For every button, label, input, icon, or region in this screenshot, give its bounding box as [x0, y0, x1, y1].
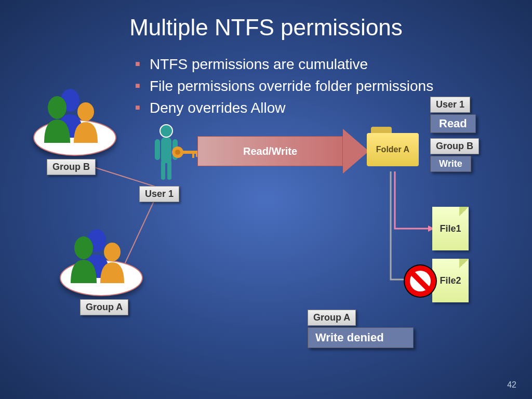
svg-point-8 [104, 243, 121, 261]
group-people-icon [42, 86, 109, 143]
svg-rect-14 [167, 160, 171, 180]
deny-icon [402, 263, 438, 299]
group-a-right-label: Group A [308, 310, 356, 326]
read-permission-label: Read [430, 114, 476, 133]
file1-label: File1 [440, 223, 461, 234]
svg-rect-18 [183, 151, 198, 154]
user1-label: User 1 [139, 186, 179, 202]
svg-point-7 [74, 236, 93, 259]
permission-arrow: Read/Write [197, 136, 343, 166]
file-icon: File1 [432, 207, 469, 250]
svg-rect-11 [155, 139, 160, 160]
folder-icon: Folder A [367, 127, 419, 166]
svg-rect-10 [161, 137, 171, 163]
folder-a-label: Folder A [367, 133, 419, 166]
svg-line-0 [91, 166, 160, 188]
svg-rect-13 [161, 160, 165, 180]
svg-point-5 [77, 102, 94, 121]
file2-label: File2 [440, 275, 461, 286]
svg-point-4 [48, 96, 66, 119]
arrow-label: Read/Write [243, 145, 297, 157]
bullet-list: NTFS permissions are cumulative File per… [135, 56, 532, 116]
slide-title: Multiple NTFS permissions [0, 0, 532, 41]
bullet-item: NTFS permissions are cumulative [135, 56, 532, 73]
group-people-icon [68, 226, 136, 283]
group-b-label: Group B [47, 159, 96, 175]
svg-point-17 [175, 150, 180, 155]
write-permission-label: Write [430, 156, 471, 172]
arrow-head-icon [343, 129, 369, 174]
key-icon [171, 144, 200, 160]
page-number: 42 [507, 380, 516, 390]
user1-right-label: User 1 [430, 97, 470, 113]
write-denied-label: Write denied [308, 327, 414, 348]
group-b-right-label: Group B [430, 138, 479, 154]
bullet-item: File permissions override folder permiss… [135, 78, 532, 95]
svg-rect-19 [192, 154, 194, 158]
group-a-label: Group A [80, 299, 128, 315]
